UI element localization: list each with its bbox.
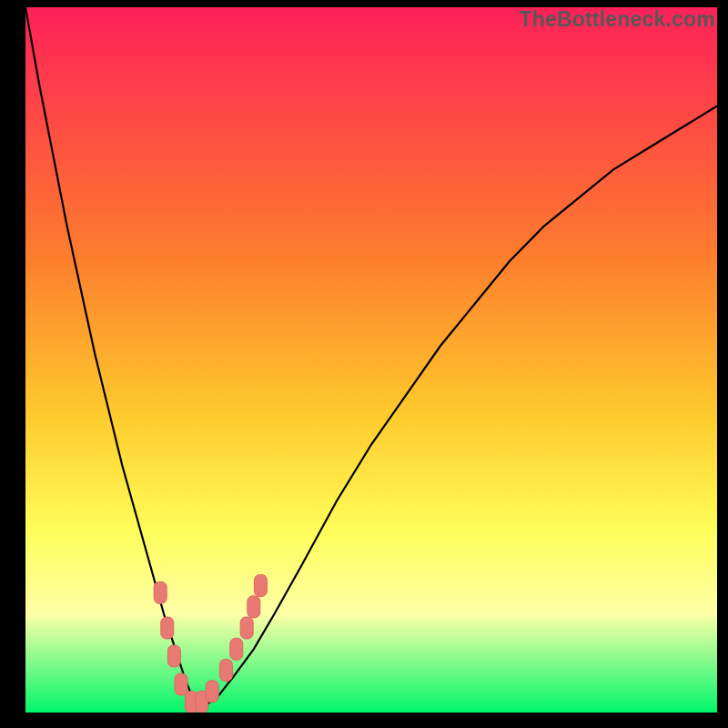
plot-area bbox=[25, 7, 717, 713]
marker bbox=[248, 596, 260, 618]
marker bbox=[254, 575, 267, 597]
marker bbox=[206, 681, 218, 703]
chart-container: TheBottleneck.com bbox=[0, 0, 728, 728]
marker bbox=[154, 581, 167, 603]
marker bbox=[219, 660, 232, 682]
marker bbox=[167, 645, 180, 667]
marker bbox=[175, 673, 187, 695]
marker bbox=[161, 617, 174, 639]
marker bbox=[230, 638, 243, 660]
gradient-background bbox=[25, 7, 717, 713]
marker bbox=[240, 617, 253, 639]
plot-svg bbox=[25, 7, 717, 713]
